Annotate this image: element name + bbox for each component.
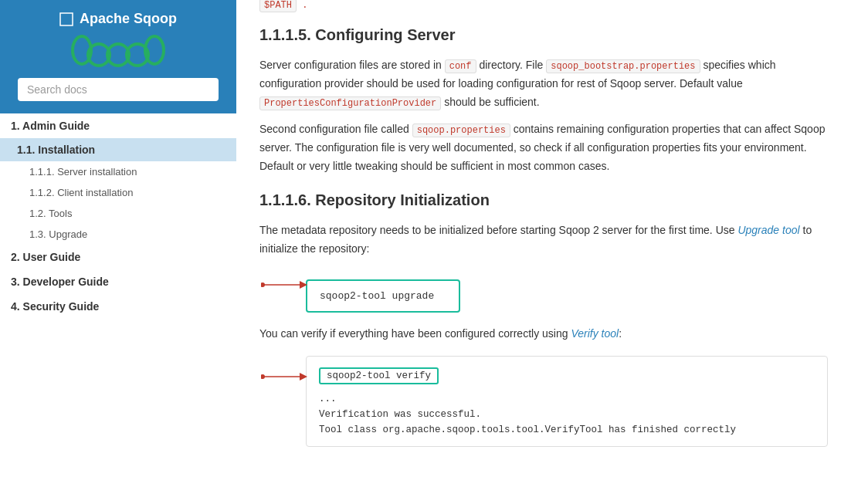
main-content: $PATH . 1.1.1.5. Configuring Server Serv… [236,0,851,504]
svg-point-11 [261,374,265,379]
sidebar-item-client-installation[interactable]: 1.1.2. Client installation [0,182,236,203]
sidebar-item-admin-guide[interactable]: 1. Admin Guide [0,113,236,138]
conf-code: conf [445,59,476,73]
svg-rect-0 [60,13,73,25]
search-input[interactable] [18,78,219,101]
section-1-para2: Second configuration file called sqoop.p… [259,120,828,175]
sidebar-item-installation[interactable]: 1.1. Installation [0,138,236,161]
svg-marker-10 [300,373,307,381]
sidebar-item-user-guide[interactable]: 2. User Guide [0,245,236,269]
section-1-heading: 1.1.1.5. Configuring Server [259,26,828,47]
sidebar-item-tools[interactable]: 1.2. Tools [0,203,236,224]
code-block-1-wrapper: sqoop2-tool upgrade [306,267,828,325]
sidebar-item-security-guide[interactable]: 4. Security Guide [0,294,236,319]
sidebar-header: Apache Sqoop [0,0,236,113]
nav-list: 1. Admin Guide 1.1. Installation 1.1.1. … [0,113,236,504]
arrow-1-icon [261,273,307,296]
arrow-2-icon [261,365,307,388]
output-line2: Verification was successful. [319,409,815,420]
path-code: $PATH [259,0,297,12]
code-block-2-wrapper: sqoop2-tool verify ... Verification was … [306,356,828,447]
sqoop-props-code: sqoop.properties [412,123,510,137]
sidebar-item-developer-guide[interactable]: 3. Developer Guide [0,269,236,294]
verify-cmd: sqoop2-tool verify [319,367,439,384]
sidebar: Apache Sqoop 1. Admin Guide 1.1. Install… [0,0,236,504]
sidebar-item-server-installation[interactable]: 1.1.1. Server installation [0,161,236,182]
sidebar-item-upgrade[interactable]: 1.3. Upgrade [0,224,236,245]
section-1-para1: Server configuration files are stored in… [259,56,828,111]
section-2-heading: 1.1.1.6. Repository Initialization [259,191,828,212]
code-block-2: sqoop2-tool verify ... Verification was … [306,356,828,447]
code-block-1: sqoop2-tool upgrade [306,279,460,313]
sqoop-box-icon [59,12,73,26]
app-title: Apache Sqoop [80,11,177,27]
svg-marker-7 [300,281,307,289]
section-2-para1: The metadata repository needs to be init… [259,222,828,259]
properties-config-code: PropertiesConfigurationProvider [259,96,441,110]
upgrade-tool-link[interactable]: Upgrade tool [737,224,799,236]
bootstrap-props-code: sqoop_bootstrap.properties [546,59,700,73]
sidebar-title: Apache Sqoop [59,11,177,27]
path-value: $PATH . [259,0,828,11]
sqoop-logo [68,33,168,72]
output-line3: Tool class org.apache.sqoop.tools.tool.V… [319,425,815,435]
verify-tool-link[interactable]: Verify tool [571,327,619,340]
output-line1: ... [319,394,815,404]
section-2-para2: You can verify if everything have been c… [259,325,828,343]
svg-point-8 [261,282,265,287]
